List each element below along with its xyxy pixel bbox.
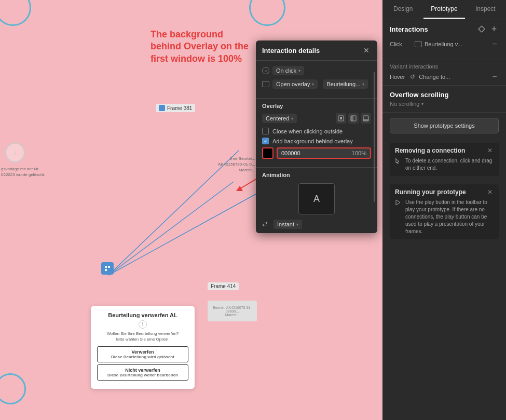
color-row: 000000 100%: [262, 147, 371, 159]
pos-icon-1[interactable]: [336, 113, 346, 124]
running-prototype-card: Running your prototype ✕ Use the play bu…: [390, 184, 499, 239]
position-row: Centered ▾: [262, 113, 371, 124]
trigger-dropdown[interactable]: On click ▾: [272, 66, 304, 75]
overflow-section: Overflow scrolling No scrolling ▾: [382, 86, 506, 113]
action-row: Open overlay ▾ Beurteilung... ▾: [262, 79, 371, 89]
modal-title: Interaction details: [262, 47, 320, 55]
right-annotation: Ihre Beurtei... AK42156790-01-0... Marem…: [218, 156, 255, 173]
remove-click-interaction[interactable]: −: [490, 40, 499, 48]
svg-marker-4: [236, 186, 243, 191]
frame-card-btn1: Verwerfen Diese Beurteilung wird gelösch…: [97, 346, 188, 362]
circle-bottom-left: [0, 373, 26, 404]
hover-action-text: Change to...: [419, 74, 450, 80]
position-dropdown[interactable]: Centered ▾: [262, 114, 297, 123]
modal-header: Interaction details ✕: [256, 40, 377, 61]
target-dropdown[interactable]: Beurteilung... ▾: [323, 79, 368, 89]
frame-icon: [159, 105, 165, 111]
color-swatch[interactable]: [262, 147, 273, 159]
pos-icon-2[interactable]: [348, 113, 359, 124]
animation-label: Animation: [262, 172, 371, 178]
running-prototype-close[interactable]: ✕: [486, 188, 494, 196]
play-icon: [395, 199, 402, 207]
overlay-section: Overlay Centered ▾: [256, 98, 377, 167]
pos-icon-3[interactable]: [361, 113, 371, 124]
removing-connection-title: Removing a connection: [395, 147, 465, 154]
overflow-dropdown[interactable]: No scrolling ▾: [390, 101, 499, 107]
animation-box: A: [298, 183, 335, 214]
running-prototype-header: Running your prototype ✕: [395, 188, 494, 196]
add-background-checkbox[interactable]: ✓: [262, 138, 269, 144]
removing-connection-text: To delete a connection, click and drag o…: [405, 157, 494, 172]
add-interaction-button[interactable]: +: [489, 24, 499, 34]
interaction-details-modal: Interaction details ✕ ○ On click ▾ Open …: [256, 40, 377, 233]
svg-rect-13: [363, 119, 368, 121]
anim-icon: ⇄: [262, 220, 270, 228]
proto-icon[interactable]: [477, 24, 486, 34]
action-dropdown[interactable]: Open overlay ▾: [272, 79, 318, 89]
annotation-text: The background behind Overlay on the fir…: [151, 29, 254, 65]
hover-trigger: Hover: [390, 74, 405, 80]
interactions-header: Interactions +: [390, 24, 499, 34]
frame-card-icon: !: [139, 320, 147, 329]
close-outside-checkbox[interactable]: [262, 128, 269, 134]
tab-design[interactable]: Design: [382, 0, 423, 19]
removing-connection-close[interactable]: ✕: [486, 147, 494, 154]
frame-icon-badge: [101, 262, 114, 275]
overflow-arrow: ▾: [421, 102, 423, 106]
variant-interactions-title: Variant interactions: [390, 63, 499, 70]
removing-connection-card: Removing a connection ✕ To delete a conn…: [390, 143, 499, 176]
svg-line-0: [108, 192, 259, 275]
svg-rect-9: [340, 117, 342, 119]
click-action: Beurteilung v...: [415, 41, 490, 47]
modal-scrollbar[interactable]: [374, 72, 375, 202]
modal-close-button[interactable]: ✕: [362, 46, 371, 55]
animation-preview: A: [262, 183, 371, 214]
color-value[interactable]: 000000 100%: [277, 147, 371, 159]
variant-interactions-section: Variant interactions Hover ↺ Change to..…: [382, 59, 506, 86]
frame-card: Beurteilung verwerfen AL ! Wollen Sie Ih…: [91, 306, 195, 389]
frame-381-label: Frame 381: [156, 104, 195, 112]
action-icon-overlay: [415, 41, 422, 47]
anim-type-dropdown[interactable]: Instant ▾: [273, 220, 302, 229]
overflow-title: Overflow scrolling: [390, 91, 499, 99]
info-circle: i: [5, 143, 25, 162]
frame-card-subtitle: Wollen Sie Ihre Beurteilung verwerfen?Bi…: [97, 331, 188, 342]
animation-type-row: ⇄ Instant ▾: [262, 220, 371, 229]
circle-top-right: [249, 0, 285, 26]
frame-card-btn2: Nicht verwerfen Diese Beurteilung weiter…: [97, 364, 188, 381]
action-icon: [262, 81, 269, 87]
show-prototype-settings-button[interactable]: Show prototype settings: [390, 118, 499, 133]
frame-card-title: Beurteilung verwerfen AL: [97, 312, 188, 318]
tab-prototype[interactable]: Prototype: [423, 0, 464, 19]
interactions-section: Interactions + Click Beurteilung v... −: [382, 19, 506, 59]
remove-hover-interaction[interactable]: −: [490, 73, 499, 81]
running-prototype-content: Use the play button in the toolbar to pl…: [395, 199, 494, 235]
hover-interaction-row: Hover ↺ Change to... −: [390, 73, 499, 81]
svg-line-2: [108, 182, 234, 275]
trigger-icon: ○: [262, 67, 269, 74]
cursor-icon: [395, 158, 402, 165]
animation-section: Animation A ⇄ Instant ▾: [256, 167, 377, 233]
svg-rect-6: [108, 266, 110, 268]
running-prototype-title: Running your prototype: [395, 188, 466, 196]
running-prototype-text: Use the play button in the toolbar to pl…: [405, 199, 494, 235]
removing-connection-content: To delete a connection, click and drag o…: [395, 157, 494, 172]
frame-414-label: Frame 414: [208, 282, 239, 290]
svg-rect-7: [105, 269, 107, 271]
circle-top-left: [0, 0, 31, 26]
refresh-icon: ↺: [409, 73, 416, 80]
trigger-row: ○ On click ▾: [262, 66, 371, 75]
interactions-icons: +: [477, 24, 499, 34]
tab-bar: Design Prototype Inspect: [382, 0, 506, 19]
position-icons: [336, 113, 371, 124]
interactions-title: Interactions: [390, 25, 428, 33]
removing-connection-header: Removing a connection ✕: [395, 147, 494, 154]
svg-marker-15: [396, 200, 400, 205]
svg-rect-5: [105, 266, 107, 268]
click-interaction-row: Click Beurteilung v... −: [390, 38, 499, 50]
click-trigger: Click: [390, 41, 411, 47]
svg-line-14: [395, 158, 396, 159]
click-action-text: Beurteilung v...: [425, 41, 462, 47]
tab-inspect[interactable]: Inspect: [465, 0, 506, 19]
svg-rect-11: [351, 116, 353, 121]
